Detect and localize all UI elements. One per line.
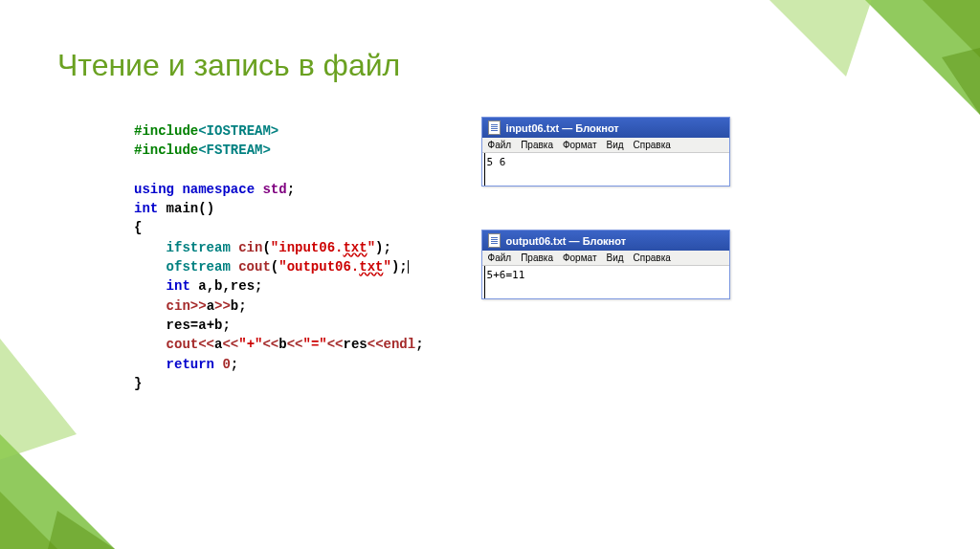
menu-format[interactable]: Формат [563, 253, 597, 263]
decorative-triangles-bottom [0, 339, 211, 549]
svg-marker-3 [942, 38, 980, 172]
menu-view[interactable]: Вид [606, 140, 623, 150]
notepad-input-title: input06.txt — Блокнот [506, 122, 619, 134]
svg-marker-6 [0, 339, 77, 472]
notepad-input: input06.txt — Блокнот Файл Правка Формат… [481, 117, 730, 187]
menu-view[interactable]: Вид [606, 253, 623, 263]
notepad-output-body[interactable]: 5+6=11 [484, 266, 729, 298]
menu-file[interactable]: Файл [488, 253, 512, 263]
menu-help[interactable]: Справка [634, 140, 671, 150]
notepad-icon [488, 121, 501, 135]
menu-file[interactable]: Файл [488, 140, 512, 150]
svg-marker-7 [38, 511, 172, 549]
notepad-output-title: output06.txt — Блокнот [506, 235, 627, 247]
menu-help[interactable]: Справка [634, 253, 671, 263]
notepad-input-body[interactable]: 5 6 [484, 153, 729, 186]
notepad-output-menubar: Файл Правка Формат Вид Справка [482, 251, 729, 266]
slide: Чтение и запись в файл #include<IOSTREAM… [0, 0, 980, 549]
notepad-output: output06.txt — Блокнот Файл Правка Форма… [481, 230, 730, 299]
menu-edit[interactable]: Правка [521, 253, 553, 263]
notepad-icon [488, 233, 501, 248]
notepad-output-titlebar: output06.txt — Блокнот [482, 231, 729, 251]
menu-edit[interactable]: Правка [521, 140, 553, 150]
svg-marker-2 [769, 0, 884, 77]
notepad-input-menubar: Файл Правка Формат Вид Справка [482, 138, 729, 153]
notepad-input-titlebar: input06.txt — Блокнот [482, 118, 729, 138]
menu-format[interactable]: Формат [563, 140, 597, 150]
notepad-windows: input06.txt — Блокнот Файл Правка Формат… [481, 117, 730, 393]
decorative-triangles-top [769, 0, 980, 210]
